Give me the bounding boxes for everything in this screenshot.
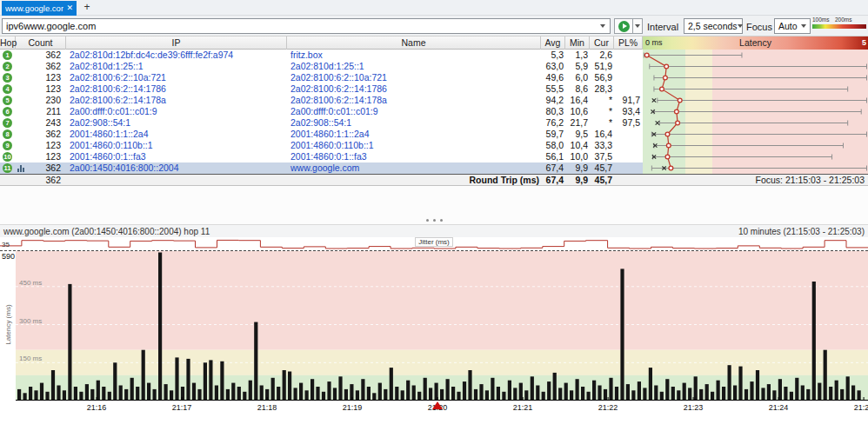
summary-count: 362 xyxy=(16,175,61,186)
hop-row-4[interactable]: 41232a02:8100:6:2::14:17862a02:8100:6:2:… xyxy=(0,83,868,95)
table-header: Hop Count IP Name Avg Min Cur PL% 0 ms L… xyxy=(0,36,868,50)
hop-row-8[interactable]: 83622001:4860:1:1::2a42001:4860:1:1::2a4… xyxy=(0,129,868,140)
hop-row-5[interactable]: 52302a02:8100:6:2::14:178a2a02:8100:6:2:… xyxy=(0,95,868,106)
column-header-min[interactable]: Min xyxy=(565,36,590,50)
x-tick-label: 21:19 xyxy=(335,403,370,412)
min-cell: 10,0 xyxy=(565,151,588,162)
pl-cell xyxy=(612,140,640,151)
tab-bar: www.google.com ✕ + xyxy=(0,0,868,16)
count-cell: 362 xyxy=(16,162,61,174)
count-cell: 362 xyxy=(16,61,61,72)
latency-color-legend: 100ms 200ms xyxy=(812,17,866,36)
x-tick-label: 21:23 xyxy=(676,403,711,412)
name-cell: 2a00:dfff:0:c01::c01:9 xyxy=(290,106,378,117)
splitter-handle[interactable] xyxy=(0,216,868,224)
ip-cell: 2001:4860:0:110b::1 xyxy=(70,140,153,151)
avg-cell: 58,0 xyxy=(539,140,564,151)
cur-cell: 56,9 xyxy=(590,72,612,83)
pl-cell xyxy=(612,151,640,162)
target-value: ipv6www.google.com xyxy=(6,21,600,31)
focus-range-text: Focus: 21:15:03 - 21:25:03 xyxy=(645,175,865,186)
y-axis-title: Latency (ms) xyxy=(4,295,12,355)
hop-row-2[interactable]: 23622a02:810d:1:25::12a02:810d:1:25::163… xyxy=(0,61,868,72)
count-cell: 123 xyxy=(16,83,61,95)
chevron-down-icon[interactable] xyxy=(600,24,605,28)
interval-select[interactable]: 2,5 seconds xyxy=(684,18,743,34)
column-header-avg[interactable]: Avg xyxy=(541,36,565,50)
focus-marker[interactable] xyxy=(432,401,443,409)
name-cell: 2a02:8100:6:2::14:1786 xyxy=(290,83,387,95)
column-header-count[interactable]: Count xyxy=(16,36,66,50)
cur-cell: * xyxy=(590,106,612,117)
legend-200ms-label: 200ms xyxy=(835,17,852,23)
ip-cell: 2a02:908::54:1 xyxy=(70,117,130,129)
name-cell: 2001:4860:0:1::fa3 xyxy=(290,151,367,162)
column-header-name[interactable]: Name xyxy=(287,36,541,50)
ip-cell: 2a02:810d:1:25::1 xyxy=(70,61,144,72)
pl-cell xyxy=(612,162,640,174)
hop-row-6[interactable]: 62112a00:dfff:0:c01::c01:92a00:dfff:0:c0… xyxy=(0,106,868,117)
name-cell: fritz.box xyxy=(290,50,323,61)
column-header-latency[interactable]: 0 ms Latency 5 xyxy=(643,36,868,50)
summary-avg: 67,4 xyxy=(539,175,564,186)
column-header-pl[interactable]: PL% xyxy=(614,36,643,50)
cur-cell: * xyxy=(590,117,612,129)
y-axis: 590 Latency (ms) xyxy=(0,251,16,401)
cur-cell: * xyxy=(590,95,612,106)
name-cell: 2a02:8100:6:2::10a:721 xyxy=(290,72,387,83)
start-options-dropdown[interactable] xyxy=(632,18,643,34)
avg-cell: 55,5 xyxy=(539,83,564,95)
ip-cell: 2a00:1450:4016:800::2004 xyxy=(70,162,179,174)
focus-value: Auto xyxy=(778,21,801,31)
column-header-hop[interactable]: Hop xyxy=(0,36,16,50)
tab-title: www.google.com xyxy=(5,3,63,13)
summary-cur: 45,7 xyxy=(590,175,612,186)
round-trip-label: Round Trip (ms) xyxy=(374,175,539,186)
latency-scale-zero: 0 ms xyxy=(645,36,663,50)
hop-row-1[interactable]: 13622a02:810d:12bf:dc4c:de39:6fff:fe2f:a… xyxy=(0,50,868,61)
ip-cell: 2a02:8100:6:2::14:1786 xyxy=(70,83,166,95)
avg-cell: 49,6 xyxy=(539,72,564,83)
svg-text:150 ms: 150 ms xyxy=(19,355,42,362)
jitter-strip[interactable]: 35 Jitter (ms) xyxy=(0,237,868,251)
ip-cell: 2a02:8100:6:2::14:178a xyxy=(70,95,166,106)
ip-cell: 2a02:810d:12bf:dc4c:de39:6fff:fe2f:a974 xyxy=(70,50,233,61)
pl-cell xyxy=(612,72,640,83)
latency-header-label: Latency xyxy=(739,37,771,48)
ip-cell: 2a02:8100:6:2::10a:721 xyxy=(70,72,166,83)
column-header-cur[interactable]: Cur xyxy=(590,36,614,50)
count-cell: 362 xyxy=(16,50,61,61)
ip-cell: 2001:4860:0:1::fa3 xyxy=(70,151,146,162)
hop-number-badge: 8 xyxy=(3,129,12,139)
new-tab-button[interactable]: + xyxy=(80,1,94,15)
pl-cell xyxy=(612,129,640,140)
tab-www-google-com[interactable]: www.google.com ✕ xyxy=(2,1,77,16)
min-cell: 10,6 xyxy=(565,106,588,117)
hop-row-7[interactable]: 72432a02:908::54:12a02:908::54:176,221,7… xyxy=(0,117,868,129)
x-tick-label: 21:24 xyxy=(761,403,796,412)
cur-cell: 28,3 xyxy=(590,83,612,95)
pl-cell: 93,4 xyxy=(612,106,640,117)
latency-timeline-chart[interactable]: 450 ms300 ms150 ms xyxy=(16,251,868,401)
round-trip-summary-row: 362 Round Trip (ms) 67,4 9,9 45,7 Focus:… xyxy=(0,174,868,186)
pl-cell xyxy=(612,61,640,72)
column-header-ip[interactable]: IP xyxy=(66,36,287,50)
hop-rows: 13622a02:810d:12bf:dc4c:de39:6fff:fe2f:a… xyxy=(0,50,868,174)
hop-row-3[interactable]: 31232a02:8100:6:2::10a:7212a02:8100:6:2:… xyxy=(0,72,868,83)
name-cell: 2001:4860:1:1::2a4 xyxy=(290,129,370,140)
hop-number-badge: 6 xyxy=(3,107,12,116)
hop-number-badge: 4 xyxy=(3,84,12,94)
start-trace-button[interactable] xyxy=(614,18,632,34)
pl-cell: 91,7 xyxy=(612,95,640,106)
hop-number-badge: 5 xyxy=(3,96,12,105)
close-tab-icon[interactable]: ✕ xyxy=(66,4,73,12)
cur-cell: 16,4 xyxy=(590,129,612,140)
hop-row-9[interactable]: 91232001:4860:0:110b::12001:4860:0:110b:… xyxy=(0,140,868,151)
min-cell: 16,4 xyxy=(565,95,588,106)
avg-cell: 56,1 xyxy=(539,151,564,162)
target-input[interactable]: ipv6www.google.com xyxy=(2,18,611,34)
focus-select[interactable]: Auto xyxy=(774,18,811,34)
jitter-line-chart xyxy=(0,237,868,251)
hop-row-11[interactable]: 113622a00:1450:4016:800::2004www.google.… xyxy=(0,162,868,174)
hop-row-10[interactable]: 101232001:4860:0:1::fa32001:4860:0:1::fa… xyxy=(0,151,868,162)
